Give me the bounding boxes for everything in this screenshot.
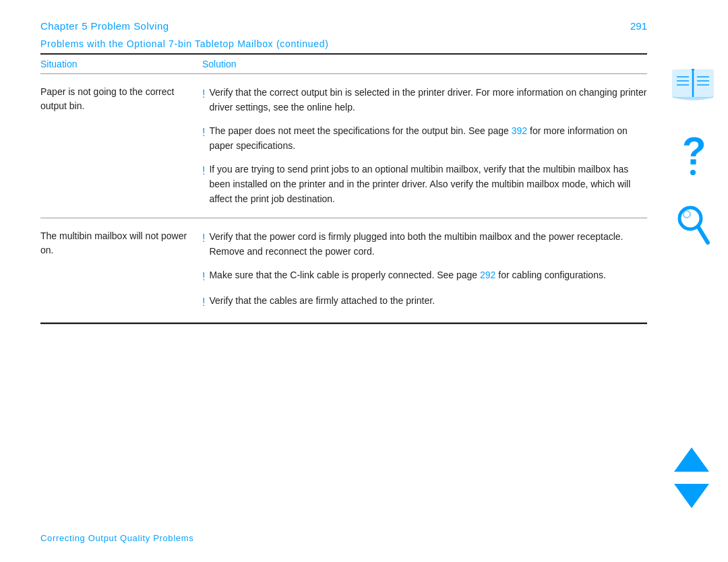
situation-1: Paper is not going to the correct output…	[40, 85, 202, 113]
book-icon[interactable]	[671, 67, 715, 102]
solution-header: Solution	[202, 59, 647, 69]
table-header: Situation Solution	[40, 55, 647, 74]
solution-1: ! Verify that the correct output bin is …	[202, 85, 647, 207]
solution-text: Verify that the cables are firmly attach…	[209, 293, 647, 308]
bullet-icon: !	[202, 86, 205, 103]
table-row: Paper is not going to the correct output…	[40, 74, 647, 218]
arrow-down-icon[interactable]	[674, 484, 709, 508]
svg-point-10	[690, 170, 696, 175]
table-row: The multibin mailbox will not power on. …	[40, 218, 647, 323]
solution-text: The paper does not meet the specificatio…	[209, 123, 647, 154]
header-row: Chapter 5 Problem Solving 291	[40, 20, 647, 32]
bullet-icon: !	[202, 124, 205, 142]
magnifier-icon[interactable]	[675, 202, 710, 248]
bottom-nav-link[interactable]: Correcting Output Quality Problems	[40, 533, 193, 543]
situation-2: The multibin mailbox will not power on.	[40, 229, 202, 257]
solution-item: ! Verify that the cables are firmly atta…	[202, 293, 647, 311]
bullet-icon: !	[202, 294, 205, 311]
nav-arrows	[674, 447, 709, 508]
link-392[interactable]: 392	[512, 125, 527, 136]
solution-text: Verify that the power cord is firmly plu…	[209, 229, 647, 259]
solution-item: ! Verify that the correct output bin is …	[202, 85, 647, 115]
svg-line-12	[698, 227, 708, 243]
link-292[interactable]: 292	[480, 270, 495, 280]
arrow-up-icon[interactable]	[674, 447, 709, 472]
page-number: 291	[630, 20, 647, 32]
bullet-icon: !	[202, 268, 205, 286]
svg-text:?: ?	[682, 129, 706, 173]
section-title: Problems with the Optional 7-bin Tableto…	[40, 38, 647, 49]
bullet-icon: !	[202, 162, 205, 180]
main-content: Chapter 5 Problem Solving 291 Problems w…	[40, 20, 647, 324]
solution-text: Verify that the correct output bin is se…	[209, 85, 647, 115]
solution-item: ! Verify that the power cord is firmly p…	[202, 229, 647, 259]
question-icon[interactable]: ?	[675, 129, 710, 175]
svg-rect-1	[694, 70, 713, 97]
chapter-title: Chapter 5 Problem Solving	[40, 20, 169, 32]
solution-item: ! Make sure that the C-link cable is pro…	[202, 268, 647, 286]
svg-point-13	[684, 211, 690, 218]
solution-text: Make sure that the C-link cable is prope…	[209, 268, 647, 282]
situation-header: Situation	[40, 59, 202, 69]
bottom-divider	[40, 323, 647, 324]
bullet-icon: !	[202, 230, 205, 247]
solution-2: ! Verify that the power cord is firmly p…	[202, 229, 647, 311]
sidebar-icons: ?	[671, 67, 715, 248]
solution-item: ! The paper does not meet the specificat…	[202, 123, 647, 154]
solution-text: If you are trying to send print jobs to …	[209, 162, 647, 207]
svg-rect-0	[673, 70, 692, 97]
solution-item: ! If you are trying to send print jobs t…	[202, 162, 647, 207]
